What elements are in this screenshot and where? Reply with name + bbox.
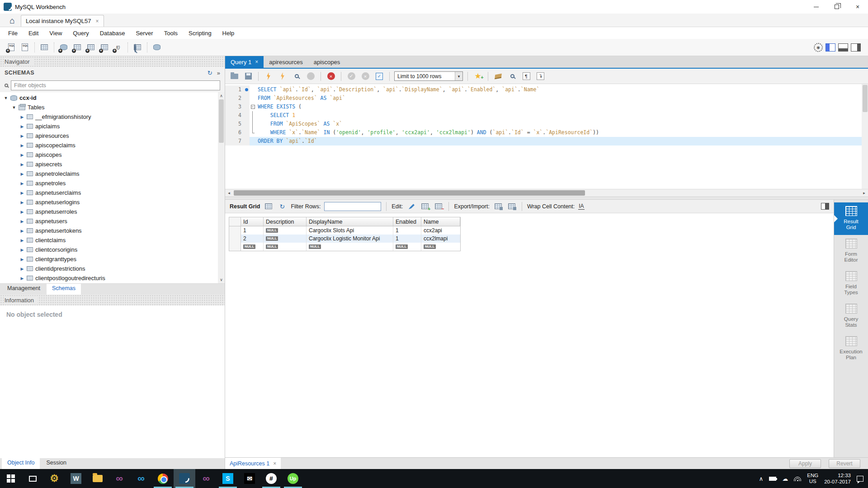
grid-cell[interactable]: 1 bbox=[393, 226, 421, 235]
collapse-result-panel-icon[interactable] bbox=[821, 203, 829, 210]
menu-view[interactable]: View bbox=[44, 28, 67, 38]
grid-column-header-enabled[interactable]: Enabled bbox=[393, 217, 421, 226]
tab-schemas[interactable]: Schemas bbox=[47, 284, 81, 295]
tree-table-clientgranttypes[interactable]: ▶clientgranttypes bbox=[0, 254, 218, 264]
wrap-text-icon[interactable]: ↴ bbox=[535, 71, 546, 82]
tray-expand-icon[interactable]: ∧ bbox=[759, 475, 764, 482]
tab-management[interactable]: Management bbox=[2, 284, 46, 295]
grid-cell[interactable]: NULL bbox=[264, 235, 307, 243]
side-button-form-editor[interactable]: FormEditor bbox=[834, 235, 868, 267]
tree-table-aspnetuserroles[interactable]: ▶aspnetuserroles bbox=[0, 207, 218, 216]
revert-button[interactable]: Revert bbox=[829, 459, 860, 468]
expand-arrow-icon[interactable]: ▶ bbox=[20, 115, 24, 119]
minimize-button[interactable] bbox=[806, 0, 826, 14]
search-table-data-icon[interactable] bbox=[131, 41, 144, 54]
kill-connection-icon[interactable]: × bbox=[326, 71, 336, 82]
tab-object-info[interactable]: Object Info bbox=[2, 458, 40, 469]
find-icon[interactable] bbox=[507, 71, 518, 82]
tree-table-apiscopes[interactable]: ▶apiscopes bbox=[0, 150, 218, 160]
refresh-results-icon[interactable]: ↻ bbox=[277, 202, 287, 211]
grid-cell[interactable]: Cargoclix Slots Api bbox=[307, 226, 393, 235]
filter-objects-input[interactable] bbox=[11, 80, 220, 90]
expand-arrow-icon[interactable]: ▶ bbox=[20, 238, 24, 243]
sql-editor[interactable]: 1SELECT `api`.`Id`, `api`.`Description`,… bbox=[225, 84, 862, 189]
query-tab-query-1[interactable]: Query 1× bbox=[225, 56, 264, 68]
collapse-all-icon[interactable]: » bbox=[217, 70, 220, 76]
grid-cell[interactable]: NULL bbox=[241, 243, 264, 251]
editor-vertical-scrollbar[interactable] bbox=[862, 84, 868, 189]
taskbar-task-view[interactable] bbox=[22, 469, 43, 488]
grid-cell[interactable]: 1 bbox=[393, 235, 421, 243]
create-function-icon[interactable]: f()+ bbox=[111, 41, 125, 54]
autocommit-icon[interactable]: ✓ bbox=[374, 71, 385, 82]
hscroll-thumb[interactable] bbox=[234, 190, 585, 196]
tree-table-aspnetroleclaims[interactable]: ▶aspnetroleclaims bbox=[0, 169, 218, 178]
explain-plan-icon[interactable] bbox=[291, 71, 302, 82]
onedrive-cloud-icon[interactable]: ☁ bbox=[782, 475, 788, 482]
create-view-icon[interactable]: + bbox=[84, 41, 98, 54]
taskbar-sharp-app[interactable]: # bbox=[260, 469, 282, 488]
sql-line[interactable]: 5 FROM `ApiScopes` AS `x` bbox=[225, 120, 862, 128]
menu-scripting[interactable]: Scripting bbox=[183, 28, 217, 38]
expand-arrow-icon[interactable]: ▶ bbox=[20, 200, 24, 205]
tree-table-aspnetusers[interactable]: ▶aspnetusers bbox=[0, 216, 218, 226]
sql-line[interactable]: 1SELECT `api`.`Id`, `api`.`Description`,… bbox=[225, 85, 862, 94]
expand-arrow-icon[interactable]: ▶ bbox=[20, 219, 24, 224]
taskbar-tweak-tool[interactable]: ⚙ bbox=[43, 469, 65, 488]
editor-scroll-thumb[interactable] bbox=[863, 85, 868, 112]
menu-edit[interactable]: Edit bbox=[23, 28, 44, 38]
limit-rows-dropdown[interactable]: Limit to 1000 rows ▾ bbox=[394, 71, 463, 81]
tree-table-apiscopeclaims[interactable]: ▶apiscopeclaims bbox=[0, 141, 218, 150]
scroll-left-icon[interactable]: ◂ bbox=[225, 191, 233, 195]
grid-row[interactable]: 2NULLCargoclix Logistic Monitor Api1ccx2… bbox=[229, 235, 460, 243]
sql-line[interactable]: 2FROM `ApiResources` AS `api` bbox=[225, 94, 862, 103]
expand-arrow-icon[interactable]: ▶ bbox=[20, 210, 24, 214]
tree-table-__efmigrationshistory[interactable]: ▶__efmigrationshistory bbox=[0, 112, 218, 122]
preferences-gear-icon[interactable]: ◉ bbox=[814, 43, 823, 52]
expand-arrow-icon[interactable]: ▶ bbox=[20, 143, 24, 148]
taskbar-mysql-workbench[interactable] bbox=[174, 469, 195, 488]
row-selector-cell[interactable] bbox=[229, 235, 241, 243]
tree-scroll-thumb[interactable] bbox=[219, 99, 224, 143]
menu-tools[interactable]: Tools bbox=[159, 28, 183, 38]
tree-table-aspnetuserclaims[interactable]: ▶aspnetuserclaims bbox=[0, 188, 218, 197]
create-table-icon[interactable]: + bbox=[71, 41, 84, 54]
menu-query[interactable]: Query bbox=[67, 28, 94, 38]
grid-cell[interactable]: NULL bbox=[307, 243, 393, 251]
grid-cell[interactable]: 2 bbox=[241, 235, 264, 243]
scroll-up-icon[interactable]: ∧ bbox=[220, 92, 223, 99]
rollback-icon[interactable]: × bbox=[360, 71, 371, 82]
taskbar-file-explorer[interactable] bbox=[87, 469, 108, 488]
grid-cell[interactable]: NULL bbox=[393, 243, 421, 251]
stop-query-icon[interactable] bbox=[305, 71, 316, 82]
battery-icon[interactable] bbox=[769, 477, 776, 481]
grid-row[interactable]: NULLNULLNULLNULLNULL bbox=[229, 243, 460, 251]
tree-table-aspnetusertokens[interactable]: ▶aspnetusertokens bbox=[0, 226, 218, 235]
apply-button[interactable]: Apply bbox=[789, 459, 821, 468]
query-tab-close-icon[interactable]: × bbox=[255, 59, 258, 65]
query-tab-apiresources[interactable]: apiresources bbox=[264, 56, 308, 68]
sql-line[interactable]: 7ORDER BY `api`.`Id` bbox=[225, 137, 862, 145]
clock[interactable]: 12:33 20-07-2017 bbox=[824, 472, 851, 485]
home-tab[interactable]: ⌂ bbox=[4, 15, 21, 27]
taskbar-skype[interactable]: S bbox=[217, 469, 239, 488]
tree-table-apiclaims[interactable]: ▶apiclaims bbox=[0, 122, 218, 131]
expand-arrow-icon[interactable]: ▶ bbox=[20, 229, 24, 233]
grid-cell[interactable]: NULL bbox=[421, 243, 460, 251]
execute-current-icon[interactable] bbox=[277, 71, 288, 82]
action-center-icon[interactable] bbox=[857, 476, 863, 482]
grid-cell[interactable]: NULL bbox=[264, 243, 307, 251]
toggle-bottom-panel-icon[interactable] bbox=[838, 43, 848, 52]
taskbar-upwork[interactable]: Up bbox=[282, 469, 304, 488]
grid-column-header-id[interactable]: Id bbox=[241, 217, 264, 226]
grid-cell[interactable]: ccx2lmapi bbox=[421, 235, 460, 243]
side-button-field-types[interactable]: FieldTypes bbox=[834, 267, 868, 300]
result-set-tab[interactable]: ApiResources 1 × bbox=[225, 458, 281, 469]
grid-cell[interactable]: NULL bbox=[264, 226, 307, 235]
wrap-cell-icon[interactable]: IA bbox=[578, 203, 584, 210]
sql-line[interactable]: 4 SELECT 1 bbox=[225, 111, 862, 120]
tree-table-aspnetuserlogins[interactable]: ▶aspnetuserlogins bbox=[0, 197, 218, 207]
commit-icon[interactable]: ✓ bbox=[346, 71, 357, 82]
grid-cell[interactable]: Cargoclix Logistic Monitor Api bbox=[307, 235, 393, 243]
create-schema-icon[interactable]: + bbox=[57, 41, 71, 54]
